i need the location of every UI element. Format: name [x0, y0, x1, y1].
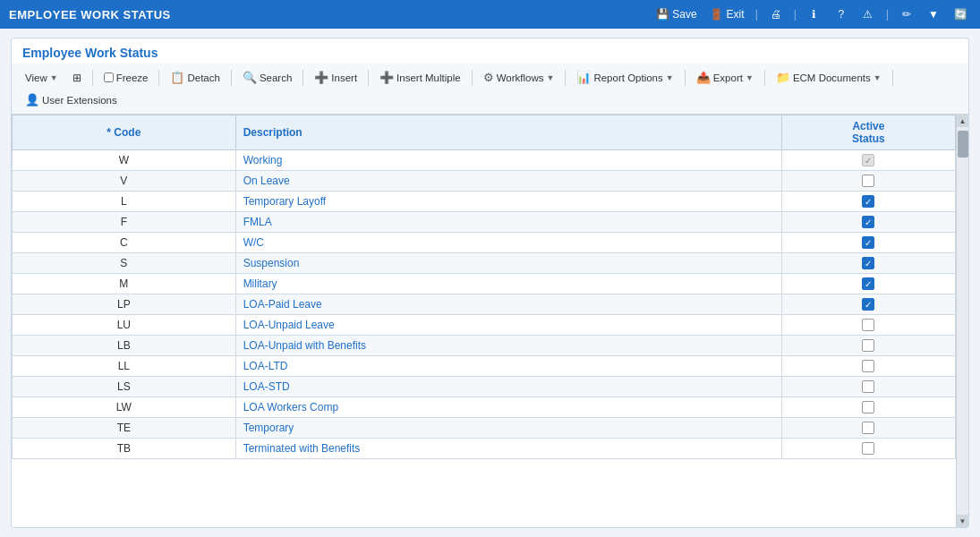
cell-active-status[interactable] [781, 356, 955, 377]
table-scroll[interactable]: * Code Description ActiveStatus WWorking… [12, 115, 956, 527]
dropdown-button[interactable]: ▼ [923, 5, 944, 23]
save-label: Save [672, 8, 696, 21]
table-row[interactable]: SSuspension✓ [13, 253, 956, 274]
detach-label: Detach [187, 72, 219, 83]
table-row[interactable]: LWLOA Workers Comp [13, 397, 956, 418]
cell-description: Temporary [235, 418, 781, 439]
export-icon: 📤 [696, 71, 711, 84]
card: Employee Work Status View ▼ ⊞ Freeze 📋 D… [11, 38, 969, 528]
table-row[interactable]: MMilitary✓ [13, 274, 956, 294]
toolbar: View ▼ ⊞ Freeze 📋 Detach 🔍 Search [12, 64, 968, 115]
top-bar: EMPLOYEE WORK STATUS 💾 Save 🚪 Exit | 🖨 |… [0, 0, 980, 29]
checkbox-unchecked[interactable] [862, 380, 874, 393]
cell-active-status[interactable]: ✓ [781, 294, 955, 315]
warning-button[interactable]: ⚠ [857, 5, 879, 23]
cell-active-status[interactable]: ✓ [781, 274, 955, 294]
table-row[interactable]: LPLOA-Paid Leave✓ [13, 294, 956, 315]
help-button[interactable]: ? [831, 5, 852, 23]
workflows-icon: ⚙ [483, 71, 494, 84]
checkbox-gray[interactable]: ✓ [862, 154, 874, 166]
cell-description: LOA-Unpaid with Benefits [235, 336, 781, 356]
table-row[interactable]: VOn Leave [13, 171, 956, 192]
cell-description: LOA-Unpaid Leave [235, 315, 781, 336]
insert-button[interactable]: ➕ Insert [308, 67, 363, 88]
table-row[interactable]: CW/C✓ [13, 233, 956, 253]
cell-active-status[interactable] [781, 397, 955, 418]
cell-active-status[interactable] [781, 377, 955, 397]
scroll-up-arrow[interactable]: ▲ [957, 115, 969, 127]
checkbox-unchecked[interactable] [862, 319, 874, 331]
scrollbar-track[interactable]: ▲ ▼ [956, 115, 968, 527]
checkbox-checked[interactable]: ✓ [862, 298, 874, 311]
table-row[interactable]: LTemporary Layoff✓ [13, 192, 956, 212]
table-row[interactable]: LLLOA-LTD [13, 356, 956, 377]
ecm-documents-icon: 📁 [776, 71, 790, 84]
grid-icon: ⊞ [72, 72, 81, 84]
checkbox-unchecked[interactable] [862, 339, 874, 352]
checkbox-unchecked[interactable] [862, 422, 874, 434]
detach-button[interactable]: 📋 Detach [164, 67, 226, 88]
freeze-checkbox[interactable] [104, 72, 114, 82]
user-extensions-button[interactable]: 👤 User Extensions [19, 90, 124, 110]
cell-active-status[interactable]: ✓ [781, 233, 955, 253]
checkbox-unchecked[interactable] [862, 401, 874, 413]
cell-code: LU [13, 315, 236, 336]
scroll-down-arrow[interactable]: ▼ [957, 515, 969, 527]
workflows-button[interactable]: ⚙ Workflows ▼ [477, 67, 561, 88]
checkbox-unchecked[interactable] [862, 360, 874, 372]
ecm-documents-button[interactable]: 📁 ECM Documents ▼ [770, 67, 888, 88]
cell-description: Suspension [235, 253, 781, 274]
export-label: Export [713, 72, 743, 83]
scroll-thumb[interactable] [958, 131, 968, 158]
cell-active-status[interactable] [781, 171, 955, 192]
table-row[interactable]: TETemporary [13, 418, 956, 439]
table-row[interactable]: LSLOA-STD [13, 377, 956, 397]
report-options-icon: 📊 [576, 71, 591, 84]
table-row[interactable]: FFMLA✓ [13, 212, 956, 233]
cell-active-status[interactable]: ✓ [781, 212, 955, 233]
col-header-code: * Code [13, 115, 236, 150]
save-button[interactable]: 💾 Save [652, 5, 700, 23]
checkbox-checked[interactable]: ✓ [862, 195, 874, 208]
table-row[interactable]: LULOA-Unpaid Leave [13, 315, 956, 336]
cell-active-status[interactable]: ✓ [781, 192, 955, 212]
cell-active-status[interactable] [781, 315, 955, 336]
refresh-button[interactable]: 🔄 [950, 5, 971, 23]
report-options-arrow-icon: ▼ [666, 73, 674, 82]
insert-multiple-button[interactable]: ➕ Insert Multiple [373, 67, 467, 88]
view-button[interactable]: View ▼ [19, 69, 64, 87]
exit-button[interactable]: 🚪 Exit [706, 5, 748, 23]
info-button[interactable]: ℹ [804, 5, 825, 23]
table-row[interactable]: WWorking✓ [13, 150, 956, 171]
grid-button[interactable]: ⊞ [66, 68, 88, 88]
table-row[interactable]: TBTerminated with Benefits [13, 439, 956, 459]
checkbox-unchecked[interactable] [862, 175, 874, 187]
checkbox-checked[interactable]: ✓ [862, 257, 874, 269]
insert-multiple-label: Insert Multiple [396, 72, 461, 83]
cell-active-status[interactable]: ✓ [781, 253, 955, 274]
checkbox-checked[interactable]: ✓ [862, 236, 874, 249]
report-options-button[interactable]: 📊 Report Options ▼ [570, 67, 679, 88]
checkbox-checked[interactable]: ✓ [862, 216, 874, 228]
cell-code: LB [13, 336, 236, 356]
export-button[interactable]: 📤 Export ▼ [690, 67, 760, 88]
cell-active-status[interactable]: ✓ [781, 150, 955, 171]
table-row[interactable]: LBLOA-Unpaid with Benefits [13, 336, 956, 356]
view-label: View [25, 72, 47, 83]
cell-description: Temporary Layoff [235, 192, 781, 212]
insert-icon: ➕ [314, 71, 328, 84]
checkbox-unchecked[interactable] [862, 442, 874, 455]
cell-active-status[interactable] [781, 336, 955, 356]
cell-active-status[interactable] [781, 439, 955, 459]
cell-description: LOA Workers Comp [235, 397, 781, 418]
cell-code: TB [13, 439, 236, 459]
edit-button[interactable]: ✏ [896, 5, 917, 23]
print-button[interactable]: 🖨 [765, 5, 787, 23]
toolbar-sep-8 [685, 70, 686, 86]
toolbar-sep-2 [158, 70, 159, 86]
cell-active-status[interactable] [781, 418, 955, 439]
ecm-documents-label: ECM Documents [793, 72, 871, 83]
checkbox-checked[interactable]: ✓ [862, 277, 874, 290]
search-button[interactable]: 🔍 Search [236, 67, 298, 88]
freeze-button[interactable]: Freeze [98, 69, 155, 87]
